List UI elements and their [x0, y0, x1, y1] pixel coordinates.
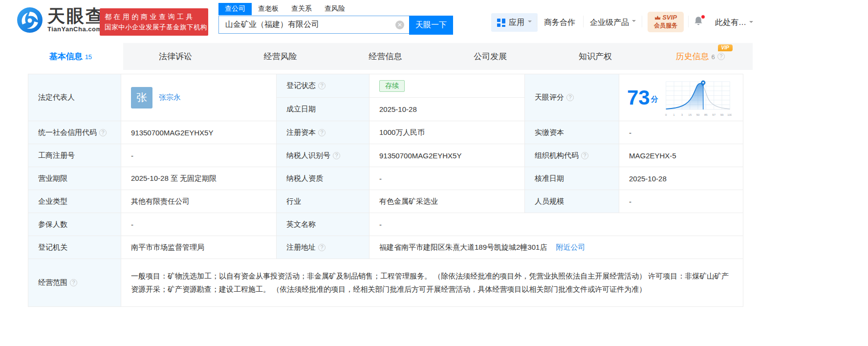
help-icon[interactable]: ? — [333, 152, 340, 159]
divider — [688, 16, 689, 27]
est-date-label: 成立日期 — [277, 98, 369, 121]
score-distribution-chart: 0 1 3 15 50 85 97 99 100 — [664, 77, 732, 118]
apps-menu-button[interactable]: 应用 — [491, 13, 538, 32]
logo-text: 天眼查 — [47, 7, 105, 25]
score-unit: 分 — [651, 95, 658, 103]
avatar[interactable]: 张 — [131, 87, 152, 108]
legal-rep-link[interactable]: 张宗永 — [159, 93, 181, 102]
insured-value: - — [121, 213, 277, 236]
tianyancha-logo[interactable]: 天眼查 TianYanCha.com — [17, 7, 105, 33]
taxpayer-quality-value: - — [369, 167, 525, 190]
chevron-down-icon — [749, 21, 753, 25]
apps-grid-icon — [497, 19, 505, 27]
search-tab-company[interactable]: 查公司 — [218, 3, 252, 15]
org-code-label: 组织机构代码? — [525, 144, 619, 167]
logo-subtext: TianYanCha.com — [47, 25, 105, 33]
tab-count: 15 — [85, 53, 92, 61]
credit-code-value: 91350700MAG2EYHX5Y — [121, 121, 277, 144]
score-value: 73分 — [619, 74, 743, 121]
svg-text:3: 3 — [681, 113, 683, 116]
insured-label: 参保人数 — [28, 213, 121, 236]
company-type-label: 企业类型 — [28, 190, 121, 213]
help-icon[interactable]: ? — [99, 129, 107, 136]
divider — [536, 16, 537, 27]
help-icon[interactable]: ? — [318, 244, 326, 251]
tab-operating-info[interactable]: 经营信息 — [333, 43, 438, 70]
chevron-down-icon — [528, 21, 532, 24]
legal-rep-value: 张 张宗永 — [121, 74, 277, 121]
credit-code-label: 统一社会信用代码? — [28, 121, 121, 144]
nearby-companies-link[interactable]: 附近公司 — [556, 243, 586, 251]
nav-business-cooperation[interactable]: 商务合作 — [544, 18, 575, 28]
search-tab-risk[interactable]: 查风险 — [318, 3, 351, 15]
staff-size-label: 人员规模 — [525, 190, 619, 213]
tab-label: 经营信息 — [369, 51, 402, 62]
divider — [642, 16, 642, 27]
svg-text:85: 85 — [704, 113, 708, 116]
help-icon[interactable]: ? — [70, 279, 77, 286]
biz-term-value: 2025-10-28 至 无固定期限 — [121, 167, 277, 190]
reg-capital-value: 1000万人民币 — [369, 121, 525, 144]
vip-badge: VIP — [718, 44, 733, 51]
biz-term-label: 营业期限 — [28, 167, 121, 190]
company-tab-bar: 基本信息 15 法律诉讼 经营风险 经营信息 公司发展 知识产权 VIP 历史信… — [18, 43, 753, 70]
industry-label: 行业 — [277, 190, 369, 213]
company-type-value: 其他有限责任公司 — [121, 190, 277, 213]
help-icon[interactable]: ? — [566, 94, 574, 101]
biz-reg-no-value: - — [121, 144, 277, 167]
biz-scope-label: 经营范围? — [28, 259, 121, 307]
english-name-label: 英文名称 — [277, 213, 369, 236]
english-name-value: - — [369, 213, 743, 236]
basic-info-panel: 法定代表人 张 张宗永 登记状态? 存续 天眼评分? 73分 — [18, 70, 753, 336]
svip-label: SVIP — [662, 14, 677, 22]
tab-legal-proceedings[interactable]: 法律诉讼 — [123, 43, 228, 70]
tab-label: 法律诉讼 — [159, 51, 192, 62]
basic-info-table: 法定代表人 张 张宗永 登记状态? 存续 天眼评分? 73分 — [28, 74, 743, 307]
help-icon[interactable]: ? — [717, 53, 725, 60]
reg-authority-value: 南平市市场监督管理局 — [121, 236, 277, 259]
svg-text:99: 99 — [720, 113, 723, 116]
svip-sublabel: 会员服务 — [648, 22, 684, 29]
tianyan-score: 73分 — [627, 76, 737, 119]
search-input[interactable] — [218, 16, 409, 34]
tab-operating-risk[interactable]: 经营风险 — [228, 43, 333, 70]
reg-authority-label: 登记机关 — [28, 236, 121, 259]
divider — [583, 16, 584, 27]
status-badge: 存续 — [379, 80, 405, 92]
enterprise-products-label: 企业级产品 — [590, 18, 629, 26]
search-tab-boss[interactable]: 查老板 — [252, 3, 285, 15]
notification-bell-icon[interactable] — [693, 16, 705, 27]
user-menu[interactable]: 此处有… — [715, 18, 753, 28]
tab-basic-info[interactable]: 基本信息 15 — [18, 43, 123, 70]
tab-label: 公司发展 — [474, 51, 507, 62]
user-name: 此处有… — [715, 18, 746, 28]
tab-history-info[interactable]: VIP 历史信息 6 ? — [648, 43, 753, 70]
reg-address-label: 注册地址? — [277, 236, 369, 259]
search-button[interactable]: 天眼一下 — [409, 16, 453, 35]
tab-intellectual-property[interactable]: 知识产权 — [543, 43, 648, 70]
help-icon[interactable]: ? — [318, 82, 326, 89]
tab-count: 6 — [712, 53, 715, 61]
chart-axis-labels: 0 1 3 15 50 85 97 99 100 — [665, 113, 732, 116]
reg-status-label: 登记状态? — [277, 74, 369, 98]
tianyancha-logo-icon — [17, 7, 43, 33]
taxpayer-id-value: 91350700MAG2EYHX5Y — [369, 144, 525, 167]
svip-member-button[interactable]: SVIP 会员服务 — [648, 12, 684, 32]
address-text: 福建省南平市建阳区朱熹大道189号凯旋城2幢301店 — [379, 243, 547, 251]
help-icon[interactable]: ? — [318, 129, 326, 136]
svg-text:100: 100 — [727, 113, 732, 116]
tab-label: 基本信息 — [49, 51, 83, 62]
svg-text:15: 15 — [688, 113, 692, 116]
taxpayer-quality-label: 纳税人资质 — [277, 167, 369, 190]
search-tab-relation[interactable]: 查关系 — [285, 3, 318, 15]
clear-icon[interactable]: ✕ — [395, 21, 404, 29]
reg-status-value: 存续 — [369, 74, 525, 98]
nav-enterprise-products[interactable]: 企业级产品 — [590, 18, 636, 28]
approval-date-label: 核准日期 — [525, 167, 619, 190]
header: 天眼查 TianYanCha.com 都在用的商业查询工具 国家中小企业发展子基… — [0, 0, 868, 43]
tab-company-development[interactable]: 公司发展 — [438, 43, 543, 70]
help-icon[interactable]: ? — [581, 152, 588, 159]
legal-rep-label: 法定代表人 — [28, 74, 121, 121]
tab-label: 历史信息 — [676, 51, 709, 62]
chevron-down-icon — [632, 20, 636, 24]
